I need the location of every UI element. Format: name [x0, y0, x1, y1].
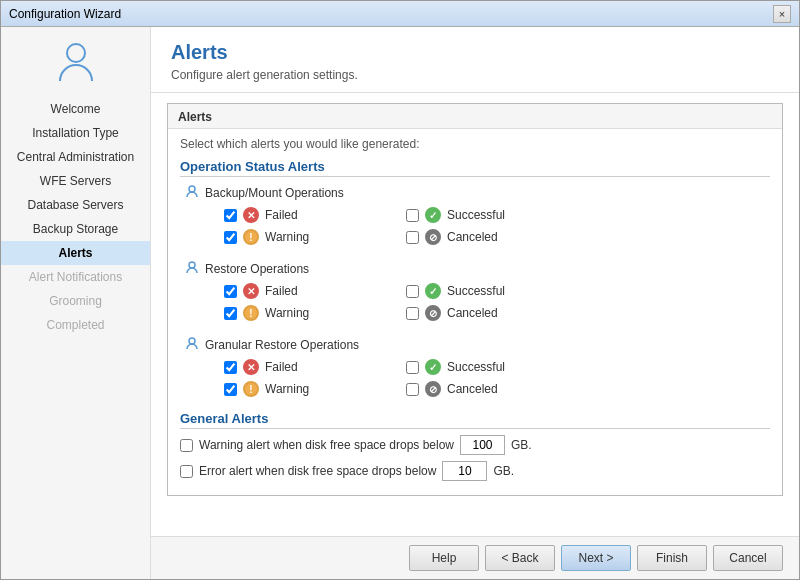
- back-button[interactable]: < Back: [485, 545, 555, 571]
- page-subtitle: Configure alert generation settings.: [171, 68, 779, 82]
- main-content-area: Alerts Configure alert generation settin…: [151, 27, 799, 579]
- restore-canceled-row: ⊘ Canceled: [406, 305, 566, 321]
- warning-disk-label-before: Warning alert when disk free space drops…: [199, 438, 454, 452]
- close-button[interactable]: ×: [773, 5, 791, 23]
- backup-mount-icon: [184, 183, 200, 202]
- sidebar-item-grooming: Grooming: [1, 289, 150, 313]
- error-disk-label-before: Error alert when disk free space drops b…: [199, 464, 436, 478]
- sidebar-item-backup-storage[interactable]: Backup Storage: [1, 217, 150, 241]
- footer: Help < Back Next > Finish Cancel: [151, 536, 799, 579]
- granular-canceled-row: ⊘ Canceled: [406, 381, 566, 397]
- main-header: Alerts Configure alert generation settin…: [151, 27, 799, 93]
- general-alerts-title: General Alerts: [180, 411, 770, 429]
- svg-point-3: [189, 338, 195, 344]
- content-area: Welcome Installation Type Central Admini…: [1, 27, 799, 579]
- sidebar-item-completed: Completed: [1, 313, 150, 337]
- restore-successful-checkbox[interactable]: [406, 285, 419, 298]
- restore-title: Restore Operations: [184, 259, 770, 278]
- next-button[interactable]: Next >: [561, 545, 631, 571]
- restore-warning-checkbox[interactable]: [224, 307, 237, 320]
- backup-warning-checkbox[interactable]: [224, 231, 237, 244]
- error-disk-label-after: GB.: [493, 464, 514, 478]
- sidebar: Welcome Installation Type Central Admini…: [1, 27, 151, 579]
- sidebar-item-welcome[interactable]: Welcome: [1, 97, 150, 121]
- sidebar-item-alert-notifications: Alert Notifications: [1, 265, 150, 289]
- warning-disk-row: Warning alert when disk free space drops…: [180, 435, 770, 455]
- restore-failed-checkbox[interactable]: [224, 285, 237, 298]
- granular-warning-label: Warning: [265, 382, 309, 396]
- warning-disk-checkbox[interactable]: [180, 439, 193, 452]
- cancel-button[interactable]: Cancel: [713, 545, 783, 571]
- restore-failed-icon: ✕: [243, 283, 259, 299]
- granular-title: Granular Restore Operations: [184, 335, 770, 354]
- backup-mount-group: Backup/Mount Operations ✕ Failed: [180, 183, 770, 249]
- granular-successful-label: Successful: [447, 360, 505, 374]
- restore-warning-row: ! Warning: [224, 305, 384, 321]
- svg-point-0: [67, 44, 85, 62]
- granular-canceled-checkbox[interactable]: [406, 383, 419, 396]
- general-alerts-section: General Alerts Warning alert when disk f…: [180, 411, 770, 481]
- granular-failed-checkbox[interactable]: [224, 361, 237, 374]
- granular-successful-icon: ✓: [425, 359, 441, 375]
- restore-label: Restore Operations: [205, 262, 309, 276]
- title-bar: Configuration Wizard ×: [1, 1, 799, 27]
- restore-canceled-checkbox[interactable]: [406, 307, 419, 320]
- error-disk-checkbox[interactable]: [180, 465, 193, 478]
- restore-warning-icon: !: [243, 305, 259, 321]
- backup-failed-row: ✕ Failed: [224, 207, 384, 223]
- sidebar-item-database-servers[interactable]: Database Servers: [1, 193, 150, 217]
- error-disk-spinbox[interactable]: [442, 461, 487, 481]
- granular-successful-row: ✓ Successful: [406, 359, 566, 375]
- restore-successful-row: ✓ Successful: [406, 283, 566, 299]
- svg-point-2: [189, 262, 195, 268]
- finish-button[interactable]: Finish: [637, 545, 707, 571]
- canceled-icon: ⊘: [425, 229, 441, 245]
- main-body: Alerts Select which alerts you would lik…: [151, 93, 799, 536]
- backup-warning-label: Warning: [265, 230, 309, 244]
- error-disk-row: Error alert when disk free space drops b…: [180, 461, 770, 481]
- granular-failed-row: ✕ Failed: [224, 359, 384, 375]
- warning-disk-label-after: GB.: [511, 438, 532, 452]
- page-title: Alerts: [171, 41, 779, 64]
- restore-warning-label: Warning: [265, 306, 309, 320]
- granular-canceled-label: Canceled: [447, 382, 498, 396]
- granular-icon: [184, 335, 200, 354]
- backup-successful-row: ✓ Successful: [406, 207, 566, 223]
- backup-successful-checkbox[interactable]: [406, 209, 419, 222]
- sidebar-item-alerts[interactable]: Alerts: [1, 241, 150, 265]
- main-window: Configuration Wizard × Welcome Installat…: [0, 0, 800, 580]
- granular-failed-icon: ✕: [243, 359, 259, 375]
- successful-icon: ✓: [425, 207, 441, 223]
- granular-warning-row: ! Warning: [224, 381, 384, 397]
- panel-content: Select which alerts you would like gener…: [168, 129, 782, 495]
- help-button[interactable]: Help: [409, 545, 479, 571]
- alerts-panel: Alerts Select which alerts you would lik…: [167, 103, 783, 496]
- restore-icon: [184, 259, 200, 278]
- granular-checkboxes: ✕ Failed ✓ Successful: [204, 359, 770, 401]
- sidebar-item-central-admin[interactable]: Central Administration: [1, 145, 150, 169]
- backup-canceled-checkbox[interactable]: [406, 231, 419, 244]
- failed-icon: ✕: [243, 207, 259, 223]
- backup-failed-checkbox[interactable]: [224, 209, 237, 222]
- granular-successful-checkbox[interactable]: [406, 361, 419, 374]
- window-title: Configuration Wizard: [9, 7, 121, 21]
- svg-point-1: [189, 186, 195, 192]
- granular-canceled-icon: ⊘: [425, 381, 441, 397]
- panel-description: Select which alerts you would like gener…: [180, 137, 770, 151]
- restore-failed-row: ✕ Failed: [224, 283, 384, 299]
- restore-successful-label: Successful: [447, 284, 505, 298]
- restore-canceled-icon: ⊘: [425, 305, 441, 321]
- sidebar-item-wfe-servers[interactable]: WFE Servers: [1, 169, 150, 193]
- warning-disk-spinbox[interactable]: [460, 435, 505, 455]
- granular-group: Granular Restore Operations ✕ Failed: [180, 335, 770, 401]
- person-icon: [52, 37, 100, 85]
- granular-label: Granular Restore Operations: [205, 338, 359, 352]
- restore-group: Restore Operations ✕ Failed: [180, 259, 770, 325]
- sidebar-item-installation-type[interactable]: Installation Type: [1, 121, 150, 145]
- restore-failed-label: Failed: [265, 284, 298, 298]
- granular-warning-checkbox[interactable]: [224, 383, 237, 396]
- backup-mount-label: Backup/Mount Operations: [205, 186, 344, 200]
- granular-failed-label: Failed: [265, 360, 298, 374]
- operation-status-section-title: Operation Status Alerts: [180, 159, 770, 177]
- restore-canceled-label: Canceled: [447, 306, 498, 320]
